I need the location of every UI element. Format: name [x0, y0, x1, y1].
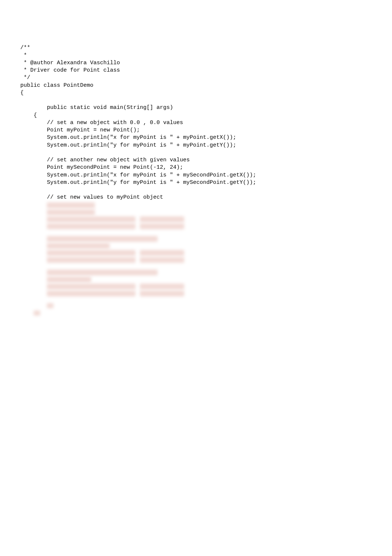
- code-line: System.out.println("y for myPoint is " +…: [20, 179, 256, 186]
- code-line: System.out.println("x for myPoint is " +…: [20, 172, 256, 178]
- code-line: {: [20, 112, 37, 119]
- code-line: System.out.println("x for myPoint is " +…: [20, 134, 236, 141]
- blurred-brace-region: [34, 303, 392, 316]
- blurred-code-region: [47, 202, 392, 296]
- code-line: {: [20, 90, 24, 96]
- code-line: // set a new object with 0.0 , 0.0 value…: [20, 120, 183, 126]
- code-line: // set new values to myPoint object: [20, 194, 163, 200]
- code-line: /**: [20, 45, 30, 51]
- code-line: * @author Alexandra Vaschillo: [20, 60, 120, 66]
- code-line: *: [20, 52, 27, 59]
- code-line: System.out.println("y for myPoint is " +…: [20, 142, 236, 148]
- code-line: Point myPoint = new Point();: [20, 127, 140, 133]
- code-line: // set another new object with given val…: [20, 157, 190, 163]
- code-line: public class PointDemo: [20, 82, 93, 89]
- code-line: * Driver code for Point class: [20, 67, 120, 73]
- code-line: public static void main(String[] args): [20, 104, 173, 111]
- code-content: /** * * @author Alexandra Vaschillo * Dr…: [20, 37, 392, 202]
- code-line: Point mySecondPoint = new Point(-12, 24)…: [20, 164, 183, 171]
- code-line: */: [20, 75, 30, 81]
